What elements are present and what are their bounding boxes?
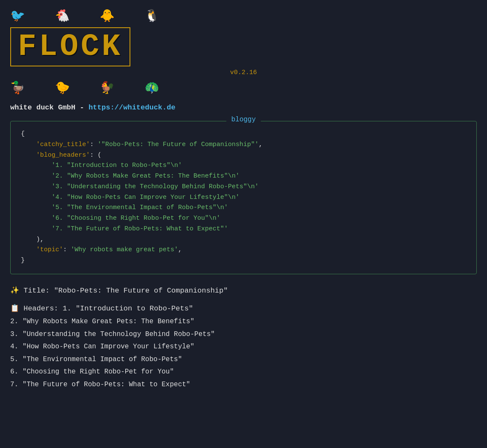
code-content: { 'catchy_title': '"Robo-Pets: The Futur… — [11, 121, 476, 274]
header-1: '1. "Introduction to Robo-Pets"\n' — [52, 162, 182, 169]
bird-3: 🐥 — [100, 9, 115, 23]
output-header-2: 2. "Why Robots Make Great Pets: The Bene… — [10, 316, 477, 328]
code-panel-title: bloggy — [226, 116, 261, 123]
catchy-title-value: '"Robo-Pets: The Future of Companionship… — [98, 141, 259, 148]
header-7: '7. "The Future of Robo-Pets: What to Ex… — [52, 225, 228, 233]
header-5: '5. "The Environmental Impact of Robo-Pe… — [52, 204, 228, 211]
output-header-4: 4. "How Robo-Pets Can Improve Your Lifes… — [10, 341, 477, 353]
code-panel: bloggy { 'catchy_title': '"Robo-Pets: Th… — [10, 121, 477, 274]
attribution: white duck GmbH - https://whiteduck.de — [10, 103, 477, 112]
topic-value: 'Why robots make great pets' — [71, 246, 178, 253]
output-header-5: 5. "The Environmental Impact of Robo-Pet… — [10, 353, 477, 366]
bird-1: 🐦 — [10, 9, 25, 23]
header-2: '2. "Why Robots Make Great Pets: The Ben… — [52, 172, 239, 180]
output-header-7: 7. "The Future of Robo-Pets: What to Exp… — [10, 379, 477, 391]
header-3: '3. "Understanding the Technology Behind… — [52, 183, 259, 190]
output-header-6: 6. "Choosing the Right Robo-Pet for You" — [10, 366, 477, 379]
bird-8: 🦚 — [144, 80, 159, 95]
birds-bottom-row: 🦆 🐤 🐓 🦚 — [10, 80, 477, 95]
attribution-text: white duck GmbH - — [10, 103, 89, 112]
bird-6: 🐤 — [55, 80, 70, 95]
title-value: "Robo-Pets: The Future of Companionship" — [54, 287, 228, 295]
sparkle-icon: ✨ — [10, 287, 19, 295]
birds-top-row: 🐦 🐔 🐥 🐧 — [10, 9, 477, 23]
header-4: '4. "How Robo-Pets Can Improve Your Life… — [52, 194, 239, 201]
bird-4: 🐧 — [144, 9, 159, 23]
bird-5: 🦆 — [10, 80, 25, 95]
first-header-inline: 1. "Introduction to Robo-Pets" — [63, 304, 193, 313]
output-header-3: 3. "Understanding the Technology Behind … — [10, 328, 477, 341]
header-6: '6. "Choosing the Right Robo-Pet for You… — [52, 215, 220, 222]
logo-text: FLOCK — [18, 32, 123, 62]
output-section: ✨ Title: "Robo-Pets: The Future of Compa… — [10, 284, 477, 391]
bird-7: 🐓 — [100, 80, 115, 95]
attribution-link[interactable]: https://whiteduck.de — [89, 103, 176, 112]
notepad-icon: 📋 — [10, 304, 19, 313]
logo-container: FLOCK — [10, 27, 130, 66]
version-line: v0.2.16 — [10, 69, 477, 76]
bird-2: 🐔 — [55, 9, 70, 23]
title-label: Title: — [23, 287, 49, 295]
blog-headers-key: 'blog_headers' — [36, 152, 90, 159]
catchy-title-key: 'catchy_title' — [36, 141, 90, 148]
headers-label: Headers: — [23, 304, 58, 313]
output-headers-line: 📋 Headers: 1. "Introduction to Robo-Pets… — [10, 302, 477, 316]
output-title-line: ✨ Title: "Robo-Pets: The Future of Compa… — [10, 284, 477, 298]
topic-key: 'topic' — [36, 246, 63, 253]
